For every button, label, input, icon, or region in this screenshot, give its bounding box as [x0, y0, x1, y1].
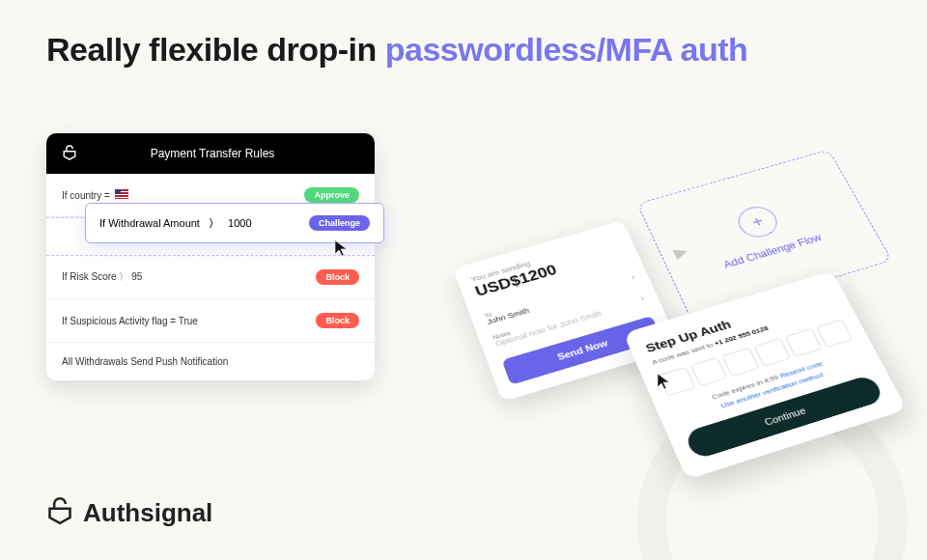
headline-part2: passwordless/MFA auth: [385, 31, 748, 68]
brand-name: Authsignal: [83, 498, 212, 528]
flag-us-icon: [115, 189, 128, 199]
code-digit-input[interactable]: [753, 338, 791, 367]
rules-card-header: Payment Transfer Rules: [46, 133, 375, 174]
greater-than-icon: 〉: [209, 217, 219, 229]
headline-part1: Really flexible drop-in: [46, 31, 385, 68]
brand: Authsignal: [46, 494, 212, 531]
approve-badge: Approve: [304, 187, 359, 203]
rules-card: Payment Transfer Rules If country = Appr…: [46, 133, 375, 380]
challenge-badge: Challenge: [309, 215, 370, 231]
rules-title: Payment Transfer Rules: [89, 147, 336, 160]
challenge-condition: If Withdrawal Amount 〉 1000: [99, 216, 252, 231]
block-badge-2: Block: [316, 313, 359, 328]
lock-icon: [62, 144, 77, 164]
brand-lock-icon: [46, 494, 73, 531]
rule-row-push: All Withdrawals Send Push Notification: [46, 343, 375, 380]
challenge-rule-floating[interactable]: If Withdrawal Amount 〉 1000 Challenge: [85, 203, 384, 243]
block-badge-1: Block: [316, 269, 359, 285]
rule-suspicious-text: If Suspicious Activity flag = True: [62, 316, 198, 326]
code-digit-input[interactable]: [816, 319, 854, 348]
code-digit-input[interactable]: [785, 328, 823, 357]
cursor-icon: [657, 373, 672, 394]
cursor-icon: [334, 239, 350, 261]
rule-row-suspicious: If Suspicious Activity flag = True Block: [46, 299, 375, 343]
rule-country-text: If country =: [62, 189, 130, 201]
chevron-right-icon: ›: [630, 272, 636, 281]
rule-risk-text: If Risk Score 〉 95: [62, 270, 142, 284]
rule-row-risk: If Risk Score 〉 95 Block: [46, 256, 375, 299]
challenge-value: 1000: [228, 217, 251, 229]
plus-icon: +: [733, 203, 783, 241]
rule-push-text: All Withdrawals Send Push Notification: [62, 356, 228, 367]
rule-country-prefix: If country =: [62, 190, 113, 201]
chevron-right-icon: ›: [639, 294, 646, 302]
add-flow-label: Add Challenge Flow: [721, 232, 824, 270]
diorama: + Add Challenge Flow ▶ You are sending U…: [464, 154, 908, 444]
headline: Really flexible drop-in passwordless/MFA…: [46, 31, 747, 69]
code-digit-input[interactable]: [690, 357, 728, 387]
code-digit-input[interactable]: [722, 348, 760, 377]
challenge-prefix: If Withdrawal Amount: [99, 217, 200, 229]
